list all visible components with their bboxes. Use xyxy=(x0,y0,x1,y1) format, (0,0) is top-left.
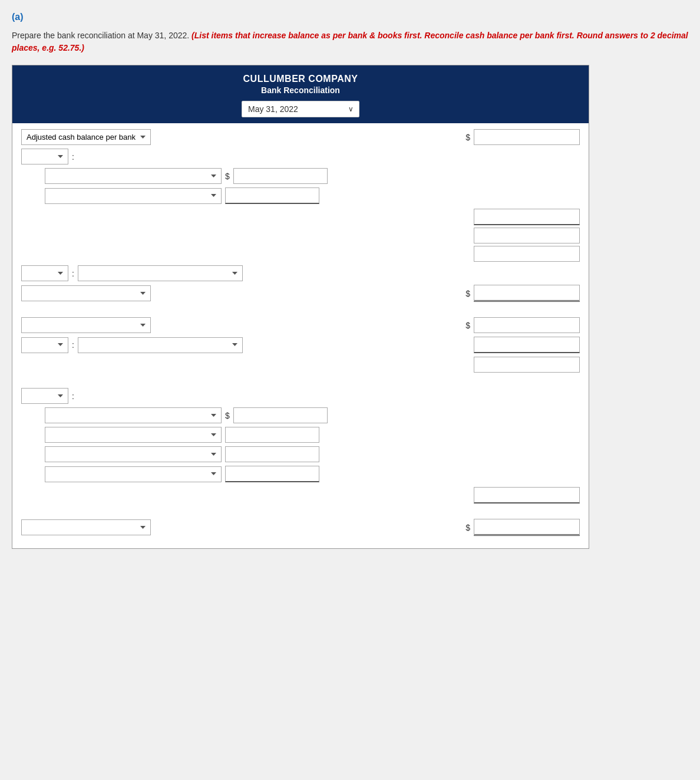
row-section-5: : xyxy=(21,337,580,353)
books-sub-2-dropdown[interactable] xyxy=(45,427,222,443)
date-select[interactable]: May 31, 2022 xyxy=(242,101,359,117)
reconciliation-box: CULLUMBER COMPANY Bank Reconciliation Ma… xyxy=(12,65,589,549)
books-sub-4-input[interactable] xyxy=(225,466,319,482)
row-amount-single xyxy=(21,357,580,373)
sub-item-1-dropdown[interactable] xyxy=(45,168,222,184)
section-4-input[interactable] xyxy=(474,317,580,333)
row-books-sub-3 xyxy=(21,446,580,462)
books-sub-2-input[interactable] xyxy=(225,427,319,443)
section-2b-dropdown[interactable] xyxy=(78,265,243,281)
books-total-1[interactable] xyxy=(474,487,580,503)
books-sub-3-dropdown[interactable] xyxy=(45,446,222,462)
report-title: Bank Reconciliation xyxy=(18,85,583,95)
section-3-dropdown[interactable] xyxy=(21,285,151,301)
single-amount-input[interactable] xyxy=(474,357,580,373)
dollar-sign-3: $ xyxy=(465,289,470,298)
adjusted-cash-bank-input[interactable] xyxy=(474,129,580,145)
row-section-4: $ xyxy=(21,317,580,333)
dollar-sign-5: $ xyxy=(225,411,230,420)
section-4-dropdown[interactable] xyxy=(21,317,151,333)
dollar-sign-4: $ xyxy=(465,321,470,330)
row-sub-item-2 xyxy=(21,187,580,204)
colon-3: : xyxy=(72,340,74,350)
section-5-input[interactable] xyxy=(474,337,580,353)
right-amount-1[interactable] xyxy=(474,209,580,225)
row-section-2: : xyxy=(21,265,580,281)
books-sub-1-dropdown[interactable] xyxy=(45,407,222,423)
row-bottom: $ xyxy=(21,519,580,536)
sub-item-2-dropdown[interactable] xyxy=(45,188,222,204)
row-books-sub-4 xyxy=(21,466,580,482)
sub-item-1-input[interactable] xyxy=(233,168,328,184)
row-section-1: : xyxy=(21,149,580,164)
row-books-sub-1: $ xyxy=(21,407,580,423)
books-sub-1-input[interactable] xyxy=(233,407,328,423)
row-section-6: : xyxy=(21,388,580,404)
row-section-3: $ xyxy=(21,285,580,302)
row-books-sub-2 xyxy=(21,427,580,443)
books-sub-3-input[interactable] xyxy=(225,446,319,462)
section-5b-dropdown[interactable] xyxy=(78,337,243,353)
dollar-sign-1: $ xyxy=(465,133,470,142)
colon-1: : xyxy=(72,152,74,162)
row-books-total xyxy=(21,487,580,503)
recon-body: Adjusted cash balance per bank $ : $ xyxy=(12,123,589,548)
recon-header: CULLUMBER COMPANY Bank Reconciliation Ma… xyxy=(12,65,589,123)
section-3-input[interactable] xyxy=(474,285,580,302)
page-label: (a) xyxy=(12,12,688,22)
row-sub-item-1: $ xyxy=(21,168,580,184)
row-right-amounts-1 xyxy=(21,209,580,262)
bottom-dropdown[interactable] xyxy=(21,519,151,535)
section-6-dropdown[interactable] xyxy=(21,388,68,404)
colon-4: : xyxy=(72,391,74,401)
bottom-input[interactable] xyxy=(474,519,580,536)
section-1-dropdown[interactable] xyxy=(21,149,68,164)
sub-item-2-input[interactable] xyxy=(225,187,319,204)
books-sub-4-dropdown[interactable] xyxy=(45,466,222,482)
dollar-sign-2: $ xyxy=(225,172,230,181)
company-name: CULLUMBER COMPANY xyxy=(18,74,583,84)
right-amount-3[interactable] xyxy=(474,246,580,262)
instructions: Prepare the bank reconciliation at May 3… xyxy=(12,29,688,54)
colon-2: : xyxy=(72,269,74,278)
row-adjusted-cash-bank: Adjusted cash balance per bank $ xyxy=(21,129,580,145)
section-2a-dropdown[interactable] xyxy=(21,265,68,281)
section-5a-dropdown[interactable] xyxy=(21,337,68,353)
right-amount-2[interactable] xyxy=(474,228,580,243)
dollar-sign-6: $ xyxy=(465,523,470,532)
adjusted-cash-bank-dropdown[interactable]: Adjusted cash balance per bank xyxy=(21,129,151,145)
